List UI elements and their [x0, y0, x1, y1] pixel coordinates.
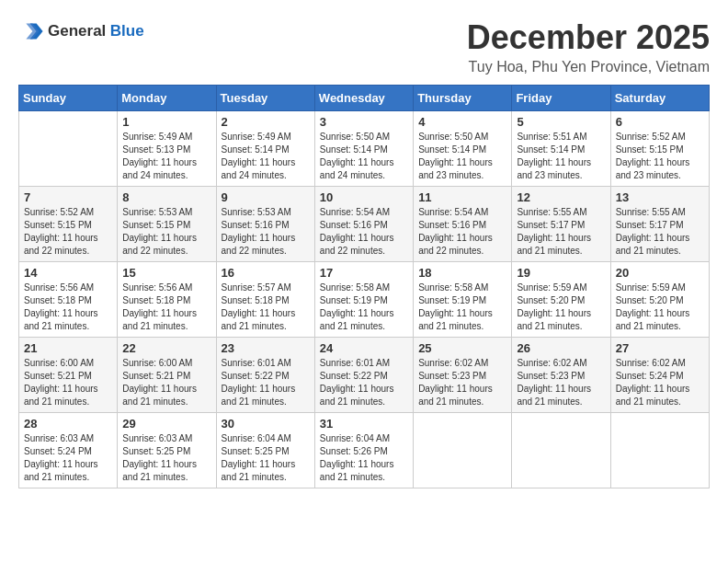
day-info: Sunrise: 5:55 AM Sunset: 5:17 PM Dayligh… [517, 206, 605, 258]
calendar-cell: 5Sunrise: 5:51 AM Sunset: 5:14 PM Daylig… [512, 111, 610, 187]
day-number: 10 [320, 190, 408, 204]
day-info: Sunrise: 5:56 AM Sunset: 5:18 PM Dayligh… [122, 282, 210, 333]
day-info: Sunrise: 5:52 AM Sunset: 5:15 PM Dayligh… [24, 206, 112, 258]
logo-general: General [48, 22, 106, 40]
calendar-cell: 31Sunrise: 6:04 AM Sunset: 5:26 PM Dayli… [314, 413, 413, 488]
day-number: 29 [122, 417, 210, 431]
day-info: Sunrise: 6:02 AM Sunset: 5:24 PM Dayligh… [616, 357, 704, 408]
day-of-week-header: Friday [512, 86, 610, 111]
calendar-cell: 8Sunrise: 5:53 AM Sunset: 5:15 PM Daylig… [118, 187, 216, 262]
day-number: 8 [122, 190, 210, 204]
day-number: 31 [320, 417, 408, 431]
calendar-cell [19, 111, 118, 187]
day-info: Sunrise: 6:02 AM Sunset: 5:23 PM Dayligh… [418, 357, 506, 408]
day-info: Sunrise: 5:52 AM Sunset: 5:15 PM Dayligh… [616, 131, 704, 182]
day-of-week-header: Tuesday [216, 86, 314, 111]
calendar-cell: 3Sunrise: 5:50 AM Sunset: 5:14 PM Daylig… [314, 111, 413, 187]
calendar-cell: 16Sunrise: 5:57 AM Sunset: 5:18 PM Dayli… [216, 262, 314, 338]
calendar-cell: 17Sunrise: 5:58 AM Sunset: 5:19 PM Dayli… [314, 262, 413, 338]
day-number: 11 [418, 190, 506, 204]
day-number: 28 [24, 417, 112, 431]
calendar-cell: 10Sunrise: 5:54 AM Sunset: 5:16 PM Dayli… [314, 187, 413, 262]
day-info: Sunrise: 6:04 AM Sunset: 5:26 PM Dayligh… [320, 432, 408, 484]
day-number: 2 [222, 115, 310, 129]
calendar-cell: 28Sunrise: 6:03 AM Sunset: 5:24 PM Dayli… [19, 413, 118, 488]
calendar-cell: 13Sunrise: 5:55 AM Sunset: 5:17 PM Dayli… [610, 187, 709, 262]
day-info: Sunrise: 5:50 AM Sunset: 5:14 PM Dayligh… [320, 131, 408, 182]
day-info: Sunrise: 6:01 AM Sunset: 5:22 PM Dayligh… [222, 357, 310, 408]
calendar-cell: 19Sunrise: 5:59 AM Sunset: 5:20 PM Dayli… [512, 262, 610, 338]
logo: General Blue [18, 18, 144, 44]
calendar-cell: 23Sunrise: 6:01 AM Sunset: 5:22 PM Dayli… [216, 338, 314, 413]
calendar-cell: 15Sunrise: 5:56 AM Sunset: 5:18 PM Dayli… [118, 262, 216, 338]
month-title: December 2025 [467, 18, 710, 57]
calendar-cell: 20Sunrise: 5:59 AM Sunset: 5:20 PM Dayli… [610, 262, 709, 338]
calendar-cell: 6Sunrise: 5:52 AM Sunset: 5:15 PM Daylig… [610, 111, 709, 187]
location: Tuy Hoa, Phu Yen Province, Vietnam [467, 59, 710, 75]
day-number: 14 [24, 266, 112, 280]
day-info: Sunrise: 5:49 AM Sunset: 5:13 PM Dayligh… [122, 131, 210, 182]
calendar-cell: 25Sunrise: 6:02 AM Sunset: 5:23 PM Dayli… [414, 338, 512, 413]
day-info: Sunrise: 6:02 AM Sunset: 5:23 PM Dayligh… [517, 357, 605, 408]
day-info: Sunrise: 5:50 AM Sunset: 5:14 PM Dayligh… [418, 131, 506, 182]
calendar-cell: 21Sunrise: 6:00 AM Sunset: 5:21 PM Dayli… [19, 338, 118, 413]
logo-blue: Blue [110, 22, 144, 40]
day-number: 5 [517, 115, 605, 129]
day-number: 24 [320, 341, 408, 355]
day-info: Sunrise: 5:54 AM Sunset: 5:16 PM Dayligh… [320, 206, 408, 258]
day-number: 23 [222, 341, 310, 355]
day-info: Sunrise: 6:03 AM Sunset: 5:24 PM Dayligh… [24, 432, 112, 484]
day-info: Sunrise: 6:03 AM Sunset: 5:25 PM Dayligh… [122, 432, 210, 484]
day-of-week-header: Saturday [610, 86, 709, 111]
day-info: Sunrise: 5:53 AM Sunset: 5:15 PM Dayligh… [122, 206, 210, 258]
calendar-cell: 1Sunrise: 5:49 AM Sunset: 5:13 PM Daylig… [118, 111, 216, 187]
day-number: 30 [222, 417, 310, 431]
calendar-cell: 2Sunrise: 5:49 AM Sunset: 5:14 PM Daylig… [216, 111, 314, 187]
day-of-week-header: Thursday [414, 86, 512, 111]
day-number: 27 [616, 341, 704, 355]
day-info: Sunrise: 6:00 AM Sunset: 5:21 PM Dayligh… [24, 357, 112, 408]
day-number: 3 [320, 115, 408, 129]
day-info: Sunrise: 5:49 AM Sunset: 5:14 PM Dayligh… [222, 131, 310, 182]
day-info: Sunrise: 5:54 AM Sunset: 5:16 PM Dayligh… [418, 206, 506, 258]
calendar-cell: 27Sunrise: 6:02 AM Sunset: 5:24 PM Dayli… [610, 338, 709, 413]
day-number: 13 [616, 190, 704, 204]
day-info: Sunrise: 5:58 AM Sunset: 5:19 PM Dayligh… [418, 282, 506, 333]
calendar-cell: 29Sunrise: 6:03 AM Sunset: 5:25 PM Dayli… [118, 413, 216, 488]
day-info: Sunrise: 5:58 AM Sunset: 5:19 PM Dayligh… [320, 282, 408, 333]
calendar-cell: 26Sunrise: 6:02 AM Sunset: 5:23 PM Dayli… [512, 338, 610, 413]
calendar-cell: 12Sunrise: 5:55 AM Sunset: 5:17 PM Dayli… [512, 187, 610, 262]
day-number: 7 [24, 190, 112, 204]
calendar-table: SundayMondayTuesdayWednesdayThursdayFrid… [18, 85, 710, 488]
day-info: Sunrise: 5:56 AM Sunset: 5:18 PM Dayligh… [24, 282, 112, 333]
day-of-week-header: Monday [118, 86, 216, 111]
day-of-week-header: Sunday [19, 86, 118, 111]
day-info: Sunrise: 6:01 AM Sunset: 5:22 PM Dayligh… [320, 357, 408, 408]
day-number: 15 [122, 266, 210, 280]
calendar-cell: 11Sunrise: 5:54 AM Sunset: 5:16 PM Dayli… [414, 187, 512, 262]
calendar-cell: 18Sunrise: 5:58 AM Sunset: 5:19 PM Dayli… [414, 262, 512, 338]
day-info: Sunrise: 5:57 AM Sunset: 5:18 PM Dayligh… [222, 282, 310, 333]
logo-icon [18, 18, 44, 44]
calendar-cell: 24Sunrise: 6:01 AM Sunset: 5:22 PM Dayli… [314, 338, 413, 413]
day-info: Sunrise: 6:04 AM Sunset: 5:25 PM Dayligh… [222, 432, 310, 484]
day-info: Sunrise: 5:53 AM Sunset: 5:16 PM Dayligh… [222, 206, 310, 258]
calendar-cell [610, 413, 709, 488]
day-number: 26 [517, 341, 605, 355]
day-number: 22 [122, 341, 210, 355]
page-header: General Blue December 2025 Tuy Hoa, Phu … [18, 18, 710, 75]
calendar-cell: 4Sunrise: 5:50 AM Sunset: 5:14 PM Daylig… [414, 111, 512, 187]
day-info: Sunrise: 5:59 AM Sunset: 5:20 PM Dayligh… [616, 282, 704, 333]
calendar-cell [414, 413, 512, 488]
calendar-cell: 7Sunrise: 5:52 AM Sunset: 5:15 PM Daylig… [19, 187, 118, 262]
day-number: 1 [122, 115, 210, 129]
calendar-cell: 14Sunrise: 5:56 AM Sunset: 5:18 PM Dayli… [19, 262, 118, 338]
day-info: Sunrise: 5:51 AM Sunset: 5:14 PM Dayligh… [517, 131, 605, 182]
day-number: 16 [222, 266, 310, 280]
day-number: 9 [222, 190, 310, 204]
day-info: Sunrise: 6:00 AM Sunset: 5:21 PM Dayligh… [122, 357, 210, 408]
day-number: 4 [418, 115, 506, 129]
day-number: 12 [517, 190, 605, 204]
day-number: 17 [320, 266, 408, 280]
calendar-cell: 9Sunrise: 5:53 AM Sunset: 5:16 PM Daylig… [216, 187, 314, 262]
